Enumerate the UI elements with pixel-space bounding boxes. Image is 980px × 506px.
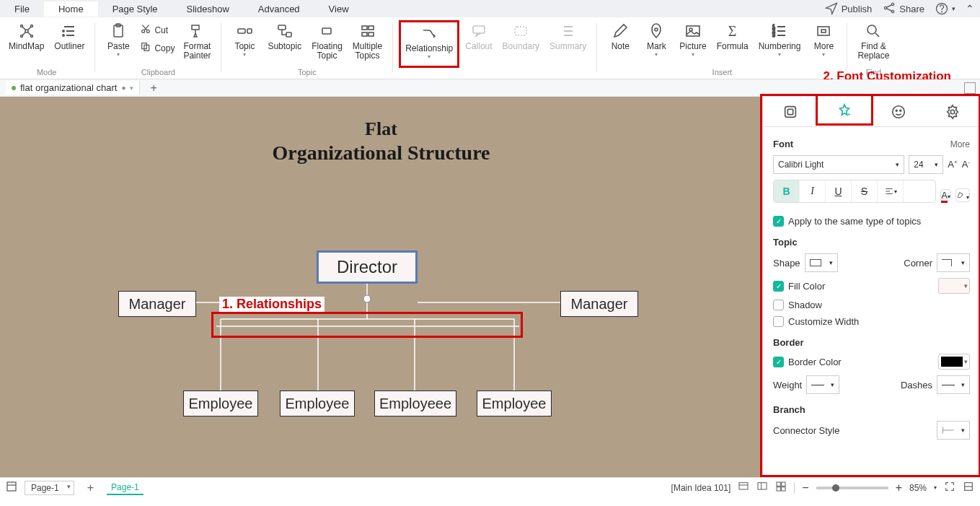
panel-tab-layout[interactable] (770, 98, 811, 126)
view-mode-1-icon[interactable] (738, 481, 749, 494)
help-button[interactable]: ▾ (935, 1, 955, 16)
panel-tab-icon[interactable] (878, 98, 919, 126)
more-label: More (814, 42, 834, 51)
panel-tab-style[interactable] (824, 98, 865, 126)
svg-rect-24 (368, 26, 374, 30)
font-color-button[interactable]: A▾ (940, 189, 951, 201)
chart-title-1: Flat (0, 118, 762, 140)
find-replace-button[interactable]: Find & Replace (853, 20, 893, 68)
floating-topic-button[interactable]: Floating Topic (307, 20, 347, 68)
formula-icon: Σ (723, 22, 742, 40)
menu-advanced[interactable]: Advanced (244, 1, 314, 17)
collapse-ribbon-button[interactable]: ⌃ (966, 3, 974, 14)
cut-button[interactable]: Cut (137, 22, 177, 38)
more-button[interactable]: More ▾ (806, 20, 841, 68)
connector-style-select[interactable]: ▾ (937, 421, 970, 440)
doc-dropdown-icon[interactable]: ▾ (130, 84, 133, 92)
picture-button[interactable]: Picture ▾ (675, 20, 710, 68)
border-color-label: Border Color (788, 357, 842, 367)
node-employee-3[interactable]: Employeee (374, 391, 456, 416)
share-label: Share (899, 4, 924, 14)
node-director[interactable]: Director (317, 250, 418, 284)
menu-home[interactable]: Home (44, 1, 98, 17)
strikethrough-button[interactable]: S (852, 180, 878, 202)
dashes-select[interactable]: ▾ (937, 375, 970, 394)
fill-color-checkbox[interactable]: ✓ (773, 281, 784, 292)
increase-font-button[interactable]: A+ (948, 159, 957, 170)
menu-slideshow[interactable]: Slideshow (172, 1, 244, 17)
font-size-select[interactable]: 24▾ (909, 155, 943, 174)
fullscreen-button[interactable] (944, 481, 955, 494)
boundary-button[interactable]: Boundary (498, 20, 544, 68)
subtopic-button[interactable]: Subtopic (263, 20, 306, 68)
boundary-label: Boundary (503, 42, 539, 51)
decrease-font-button[interactable]: A- (962, 159, 970, 170)
italic-button[interactable]: I (800, 180, 826, 202)
corner-label: Corner (904, 258, 932, 269)
apply-same-checkbox[interactable]: ✓ (773, 216, 784, 227)
share-button[interactable]: Share (882, 1, 924, 17)
zoom-slider[interactable] (816, 487, 888, 489)
multiple-topics-button[interactable]: Multiple Topics (348, 20, 387, 68)
svg-rect-56 (7, 482, 16, 491)
menu-page-style[interactable]: Page Style (98, 1, 172, 17)
border-color-checkbox[interactable]: ✓ (773, 357, 784, 367)
outline-view-icon[interactable] (6, 481, 17, 494)
summary-button[interactable]: Summary (545, 20, 591, 68)
svg-rect-18 (238, 29, 245, 33)
shadow-label: Shadow (788, 300, 822, 310)
menu-view[interactable]: View (314, 1, 363, 17)
zoom-out-button[interactable]: − (802, 481, 808, 494)
document-tab[interactable]: flat organizational chart ● ▾ (6, 81, 140, 95)
page-tab-1[interactable]: Page-1 (107, 481, 144, 495)
node-manager-left[interactable]: Manager (118, 291, 196, 317)
paste-label: Paste (107, 42, 130, 51)
canvas-area[interactable]: Flat Organizational Structure Director M… (0, 97, 762, 477)
node-employee-1[interactable]: Employee (183, 391, 258, 416)
zoom-in-button[interactable]: + (896, 481, 902, 494)
align-button[interactable]: ▾ (878, 180, 904, 202)
bold-button[interactable]: B (774, 180, 800, 202)
view-mode-2-icon[interactable] (756, 481, 768, 494)
formula-button[interactable]: Σ Formula (712, 20, 753, 68)
corner-select[interactable]: ▾ (937, 253, 970, 272)
underline-button[interactable]: U (826, 180, 852, 202)
customize-width-checkbox[interactable] (773, 316, 784, 327)
topic-button[interactable]: Topic ▾ (227, 20, 262, 68)
mark-button[interactable]: Mark ▾ (639, 20, 674, 68)
node-employee-4-label: Employee (482, 396, 547, 412)
svg-rect-25 (362, 32, 367, 36)
weight-select[interactable]: ▾ (806, 375, 839, 394)
format-painter-button[interactable]: Format Painter (179, 20, 215, 68)
border-color-swatch[interactable]: ▾ (938, 354, 970, 370)
relationship-button[interactable]: Relationship ▾ (399, 20, 459, 68)
svg-rect-21 (286, 32, 291, 37)
add-page-button[interactable]: + (81, 481, 100, 494)
numbering-button[interactable]: 123 Numbering ▾ (754, 20, 805, 68)
node-employee-4[interactable]: Employee (477, 391, 552, 416)
note-button[interactable]: Note (603, 20, 637, 68)
fit-button[interactable] (963, 481, 974, 494)
page-select[interactable]: Page-1 (25, 481, 74, 495)
fill-color-swatch[interactable]: ▾ (938, 278, 970, 294)
highlight-color-button[interactable]: ▾ (955, 188, 970, 202)
menu-file[interactable]: File (0, 1, 44, 17)
share-icon (882, 1, 896, 17)
font-family-select[interactable]: Calibri Light▾ (773, 155, 904, 174)
sidebar-toggle-button[interactable] (964, 82, 976, 94)
shape-select[interactable]: ▾ (805, 253, 838, 272)
mindmap-button[interactable]: MindMap (4, 20, 48, 68)
publish-button[interactable]: Publish (824, 1, 873, 17)
shadow-checkbox[interactable] (773, 300, 784, 310)
svg-point-53 (896, 110, 897, 111)
callout-button[interactable]: Callout (461, 20, 496, 68)
node-manager-right[interactable]: Manager (560, 291, 638, 317)
paste-button[interactable]: Paste ▾ (101, 20, 136, 68)
copy-button[interactable]: Copy (137, 40, 177, 56)
view-mode-3-icon[interactable] (775, 481, 787, 494)
font-more-button[interactable]: More (950, 139, 970, 149)
panel-tab-settings[interactable] (932, 98, 973, 126)
node-employee-2[interactable]: Employee (280, 391, 355, 416)
new-tab-button[interactable]: + (146, 82, 161, 95)
outliner-button[interactable]: Outliner (50, 20, 89, 68)
